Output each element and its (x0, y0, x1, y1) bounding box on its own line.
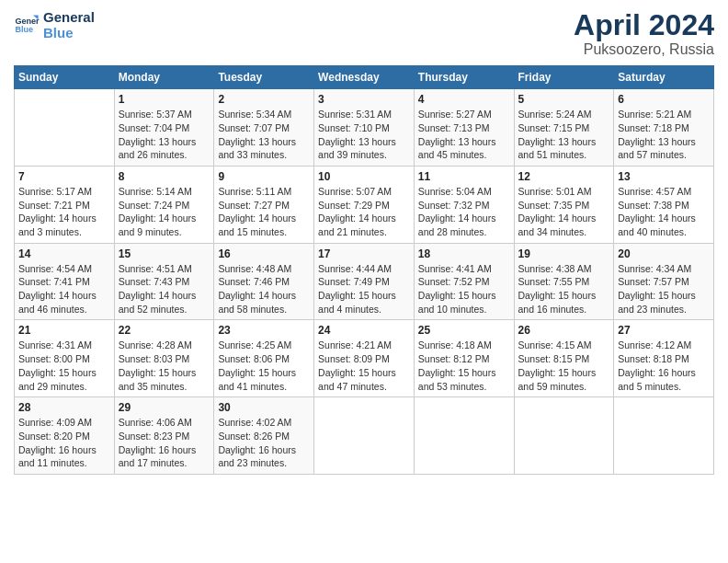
calendar-cell: 12Sunrise: 5:01 AM Sunset: 7:35 PM Dayli… (514, 166, 614, 243)
calendar-cell: 22Sunrise: 4:28 AM Sunset: 8:03 PM Dayli… (114, 320, 214, 397)
cell-info: Sunrise: 4:09 AM Sunset: 8:20 PM Dayligh… (18, 416, 110, 470)
cell-date: 16 (218, 247, 310, 260)
cell-date: 3 (318, 93, 410, 106)
cell-date: 18 (418, 247, 510, 260)
cell-date: 19 (518, 247, 610, 260)
calendar-cell: 2Sunrise: 5:34 AM Sunset: 7:07 PM Daylig… (214, 89, 314, 167)
cell-date: 13 (618, 170, 710, 183)
cell-info: Sunrise: 4:57 AM Sunset: 7:38 PM Dayligh… (618, 185, 710, 239)
cell-date: 9 (218, 170, 310, 183)
column-header-thursday: Thursday (414, 66, 514, 89)
header: General Blue General Blue April 2024 Puk… (14, 9, 714, 58)
column-header-tuesday: Tuesday (214, 66, 314, 89)
column-header-saturday: Saturday (614, 66, 714, 89)
cell-date: 27 (618, 324, 710, 337)
cell-date: 20 (618, 247, 710, 260)
calendar-cell: 7Sunrise: 5:17 AM Sunset: 7:21 PM Daylig… (15, 166, 115, 243)
week-row-3: 14Sunrise: 4:54 AM Sunset: 7:41 PM Dayli… (15, 243, 714, 320)
cell-date: 14 (18, 247, 110, 260)
calendar-cell: 11Sunrise: 5:04 AM Sunset: 7:32 PM Dayli… (414, 166, 514, 243)
cell-date: 30 (218, 401, 310, 414)
calendar-cell: 18Sunrise: 4:41 AM Sunset: 7:52 PM Dayli… (414, 243, 514, 320)
cell-info: Sunrise: 5:04 AM Sunset: 7:32 PM Dayligh… (418, 185, 510, 239)
cell-date: 25 (418, 324, 510, 337)
calendar-cell: 26Sunrise: 4:15 AM Sunset: 8:15 PM Dayli… (514, 320, 614, 397)
cell-info: Sunrise: 4:38 AM Sunset: 7:55 PM Dayligh… (518, 262, 610, 316)
cell-info: Sunrise: 5:21 AM Sunset: 7:18 PM Dayligh… (618, 108, 710, 162)
cell-date: 11 (418, 170, 510, 183)
cell-date: 28 (18, 401, 110, 414)
cell-info: Sunrise: 5:31 AM Sunset: 7:10 PM Dayligh… (318, 108, 410, 162)
calendar-cell (414, 397, 514, 475)
calendar-cell: 4Sunrise: 5:27 AM Sunset: 7:13 PM Daylig… (414, 89, 514, 167)
cell-info: Sunrise: 4:54 AM Sunset: 7:41 PM Dayligh… (18, 262, 110, 316)
calendar-cell: 29Sunrise: 4:06 AM Sunset: 8:23 PM Dayli… (114, 397, 214, 475)
column-header-monday: Monday (114, 66, 214, 89)
column-header-friday: Friday (514, 66, 614, 89)
cell-date: 6 (618, 93, 710, 106)
calendar-cell: 24Sunrise: 4:21 AM Sunset: 8:09 PM Dayli… (314, 320, 415, 397)
calendar-cell: 5Sunrise: 5:24 AM Sunset: 7:15 PM Daylig… (514, 89, 614, 167)
logo-text: General Blue (43, 9, 95, 41)
cell-info: Sunrise: 5:01 AM Sunset: 7:35 PM Dayligh… (518, 185, 610, 239)
calendar-cell: 15Sunrise: 4:51 AM Sunset: 7:43 PM Dayli… (114, 243, 214, 320)
cell-info: Sunrise: 5:14 AM Sunset: 7:24 PM Dayligh… (119, 185, 210, 239)
calendar-cell: 3Sunrise: 5:31 AM Sunset: 7:10 PM Daylig… (314, 89, 415, 167)
cell-info: Sunrise: 4:28 AM Sunset: 8:03 PM Dayligh… (119, 339, 210, 393)
calendar-cell: 25Sunrise: 4:18 AM Sunset: 8:12 PM Dayli… (414, 320, 514, 397)
cell-info: Sunrise: 5:34 AM Sunset: 7:07 PM Dayligh… (218, 108, 310, 162)
calendar-cell: 16Sunrise: 4:48 AM Sunset: 7:46 PM Dayli… (214, 243, 314, 320)
cell-date: 24 (318, 324, 410, 337)
cell-date: 21 (18, 324, 110, 337)
calendar-cell: 1Sunrise: 5:37 AM Sunset: 7:04 PM Daylig… (114, 89, 214, 167)
cell-date: 23 (218, 324, 310, 337)
calendar-cell (514, 397, 614, 475)
sub-title: Puksoozero, Russia (574, 41, 714, 58)
column-header-sunday: Sunday (15, 66, 115, 89)
cell-date: 26 (518, 324, 610, 337)
main-title: April 2024 (574, 9, 714, 41)
cell-info: Sunrise: 4:48 AM Sunset: 7:46 PM Dayligh… (218, 262, 310, 316)
calendar-cell: 20Sunrise: 4:34 AM Sunset: 7:57 PM Dayli… (614, 243, 714, 320)
calendar-cell: 9Sunrise: 5:11 AM Sunset: 7:27 PM Daylig… (214, 166, 314, 243)
cell-date: 5 (518, 93, 610, 106)
cell-date: 12 (518, 170, 610, 183)
calendar-cell: 27Sunrise: 4:12 AM Sunset: 8:18 PM Dayli… (614, 320, 714, 397)
cell-date: 22 (119, 324, 210, 337)
week-row-1: 1Sunrise: 5:37 AM Sunset: 7:04 PM Daylig… (15, 89, 714, 167)
calendar-cell: 23Sunrise: 4:25 AM Sunset: 8:06 PM Dayli… (214, 320, 314, 397)
calendar-cell: 10Sunrise: 5:07 AM Sunset: 7:29 PM Dayli… (314, 166, 415, 243)
cell-date: 2 (218, 93, 310, 106)
cell-info: Sunrise: 4:44 AM Sunset: 7:49 PM Dayligh… (318, 262, 410, 316)
calendar-cell: 14Sunrise: 4:54 AM Sunset: 7:41 PM Dayli… (15, 243, 115, 320)
cell-date: 7 (18, 170, 110, 183)
cell-info: Sunrise: 4:15 AM Sunset: 8:15 PM Dayligh… (518, 339, 610, 393)
calendar-cell: 6Sunrise: 5:21 AM Sunset: 7:18 PM Daylig… (614, 89, 714, 167)
cell-info: Sunrise: 4:06 AM Sunset: 8:23 PM Dayligh… (119, 416, 210, 470)
cell-date: 17 (318, 247, 410, 260)
cell-info: Sunrise: 4:31 AM Sunset: 8:00 PM Dayligh… (18, 339, 110, 393)
cell-date: 8 (119, 170, 210, 183)
calendar-cell: 17Sunrise: 4:44 AM Sunset: 7:49 PM Dayli… (314, 243, 415, 320)
cell-info: Sunrise: 4:12 AM Sunset: 8:18 PM Dayligh… (618, 339, 710, 393)
main-container: General Blue General Blue April 2024 Puk… (0, 0, 728, 484)
column-header-wednesday: Wednesday (314, 66, 415, 89)
calendar-cell: 13Sunrise: 4:57 AM Sunset: 7:38 PM Dayli… (614, 166, 714, 243)
week-row-4: 21Sunrise: 4:31 AM Sunset: 8:00 PM Dayli… (15, 320, 714, 397)
cell-date: 4 (418, 93, 510, 106)
cell-info: Sunrise: 5:11 AM Sunset: 7:27 PM Dayligh… (218, 185, 310, 239)
calendar-cell (15, 89, 115, 167)
calendar-header-row: SundayMondayTuesdayWednesdayThursdayFrid… (15, 66, 714, 89)
calendar-cell: 19Sunrise: 4:38 AM Sunset: 7:55 PM Dayli… (514, 243, 614, 320)
cell-info: Sunrise: 4:18 AM Sunset: 8:12 PM Dayligh… (418, 339, 510, 393)
cell-info: Sunrise: 5:07 AM Sunset: 7:29 PM Dayligh… (318, 185, 410, 239)
cell-info: Sunrise: 4:41 AM Sunset: 7:52 PM Dayligh… (418, 262, 510, 316)
cell-info: Sunrise: 4:21 AM Sunset: 8:09 PM Dayligh… (318, 339, 410, 393)
calendar-cell (614, 397, 714, 475)
cell-date: 1 (119, 93, 210, 106)
calendar-cell (314, 397, 415, 475)
svg-text:Blue: Blue (15, 26, 33, 35)
calendar-table: SundayMondayTuesdayWednesdayThursdayFrid… (14, 65, 714, 475)
cell-info: Sunrise: 5:24 AM Sunset: 7:15 PM Dayligh… (518, 108, 610, 162)
cell-info: Sunrise: 4:02 AM Sunset: 8:26 PM Dayligh… (218, 416, 310, 470)
